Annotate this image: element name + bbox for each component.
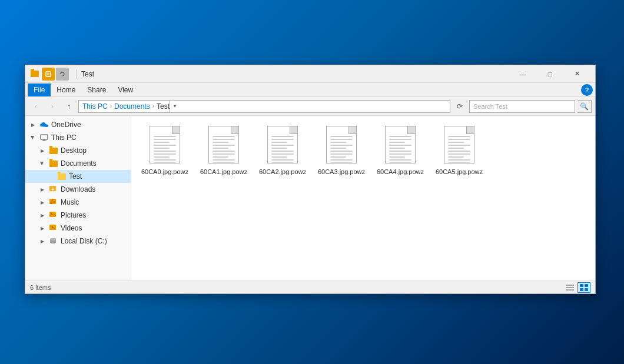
doc-line (448, 148, 464, 149)
sidebar: ▶ OneDrive ▶ This PC ▶ Desktop (25, 116, 131, 280)
doc-line (448, 136, 470, 137)
doc-line (448, 159, 470, 161)
doc-line (389, 148, 405, 149)
file-item[interactable]: 60CA3.jpg.powz (315, 122, 368, 178)
svg-rect-31 (580, 288, 583, 291)
view-details-button[interactable] (563, 282, 576, 293)
doc-line (389, 151, 411, 152)
file-item[interactable]: 60CA0.jpg.powz (138, 122, 191, 178)
sidebar-item-music[interactable]: ▶ Music (25, 196, 131, 209)
expand-arrow-onedrive[interactable]: ▶ (29, 121, 37, 129)
doc-line (213, 159, 235, 161)
tab-file[interactable]: File (28, 84, 51, 96)
doc-line (271, 159, 294, 161)
expand-arrow-documents[interactable]: ▶ (38, 159, 47, 168)
doc-line (389, 156, 405, 158)
minimize-button[interactable]: — (509, 65, 536, 83)
doc-line (389, 162, 411, 163)
files-area: 60CA0.jpg.powz (131, 116, 595, 280)
doc-line (271, 162, 294, 163)
file-name: 60CA0.jpg.powz (141, 168, 188, 176)
expand-arrow-thispc[interactable]: ▶ (29, 133, 37, 142)
search-button[interactable]: 🔍 (577, 100, 592, 113)
statusbar: 6 items (25, 280, 595, 293)
sidebar-item-desktop[interactable]: ▶ Desktop (25, 144, 131, 157)
back-button[interactable]: ‹ (29, 99, 43, 113)
doc-line (448, 153, 470, 155)
file-name: 60CA5.jpg.powz (436, 168, 483, 176)
ribbon-menu: File Home Share View ? (25, 83, 595, 97)
doc-line (213, 156, 228, 158)
crumb-current: Test (157, 102, 170, 111)
file-icon (206, 124, 241, 165)
file-name: 60CA2.jpg.powz (259, 168, 306, 176)
doc-line (448, 145, 470, 146)
tab-view[interactable]: View (112, 84, 139, 96)
file-icon (324, 124, 359, 165)
doc-line (271, 156, 287, 158)
sidebar-item-onedrive[interactable]: ▶ OneDrive (25, 118, 131, 131)
expand-arrow-downloads[interactable]: ▶ (38, 185, 47, 193)
qa-undo-button[interactable] (56, 68, 69, 81)
search-field[interactable]: Search Test (469, 100, 575, 113)
crumb-documents[interactable]: Documents (114, 102, 150, 111)
doc-line (154, 142, 170, 143)
expand-arrow-videos[interactable]: ▶ (38, 224, 47, 232)
doc-line (271, 139, 294, 140)
file-item[interactable]: 60CA2.jpg.powz (256, 122, 309, 178)
doc-line (213, 139, 235, 140)
documents-icon (49, 159, 58, 168)
expand-arrow-localdisk[interactable]: ▶ (38, 237, 47, 245)
tab-home[interactable]: Home (51, 84, 81, 96)
expand-arrow-desktop[interactable]: ▶ (38, 146, 47, 155)
up-button[interactable]: ↑ (62, 99, 76, 113)
file-icon (442, 124, 477, 165)
test-folder-icon (57, 172, 67, 181)
file-item[interactable]: 60CA5.jpg.powz (433, 122, 486, 178)
maximize-button[interactable]: □ (536, 65, 563, 83)
doc-lines (213, 136, 235, 163)
doc-line (389, 153, 411, 155)
refresh-button[interactable]: ⟳ (453, 99, 467, 113)
content-area: ▶ OneDrive ▶ This PC ▶ Desktop (25, 116, 595, 280)
doc-line (154, 151, 176, 152)
doc-line (154, 153, 176, 155)
doc-line (448, 156, 464, 158)
expand-arrow-music[interactable]: ▶ (38, 198, 47, 206)
thispc-icon (39, 133, 49, 142)
forward-button[interactable]: › (45, 99, 59, 113)
qa-properties-button[interactable] (42, 68, 55, 81)
doc-line (271, 145, 294, 146)
crumb-thispc[interactable]: This PC (82, 102, 108, 111)
downloads-icon (49, 185, 58, 194)
file-icon (265, 124, 300, 165)
svg-rect-32 (585, 288, 588, 291)
file-item[interactable]: 60CA1.jpg.powz (197, 122, 250, 178)
sidebar-item-localdisk[interactable]: ▶ Local Disk (C:) (25, 235, 131, 248)
file-icon (383, 124, 418, 165)
doc-line (330, 156, 346, 158)
help-button[interactable]: ? (581, 84, 593, 96)
sidebar-item-documents[interactable]: ▶ Documents (25, 157, 131, 170)
sidebar-item-thispc[interactable]: ▶ This PC (25, 131, 131, 144)
file-item[interactable]: 60CA4.jpg.powz (374, 122, 427, 178)
tab-share[interactable]: Share (81, 84, 112, 96)
sidebar-item-downloads[interactable]: ▶ Downloads (25, 183, 131, 196)
expand-arrow-pictures[interactable]: ▶ (38, 211, 47, 219)
doc-line (271, 148, 287, 149)
view-large-icons-button[interactable] (577, 282, 590, 293)
doc-line (448, 162, 470, 163)
doc-line (330, 148, 346, 149)
doc-line (154, 148, 170, 149)
titlebar: Test — □ ✕ (25, 65, 595, 83)
close-button[interactable]: ✕ (563, 65, 590, 83)
sidebar-item-videos[interactable]: ▶ Videos (25, 222, 131, 235)
doc-line (154, 139, 176, 140)
sidebar-item-test[interactable]: ▶ Test (25, 170, 131, 183)
address-dropdown[interactable]: ▾ (170, 100, 179, 113)
svg-point-25 (52, 239, 53, 240)
address-field[interactable]: This PC › Documents › Test ▾ (78, 100, 450, 113)
sidebar-label-localdisk: Local Disk (C:) (61, 237, 107, 245)
doc-line (271, 142, 287, 143)
sidebar-item-pictures[interactable]: ▶ Pictures (25, 209, 131, 222)
